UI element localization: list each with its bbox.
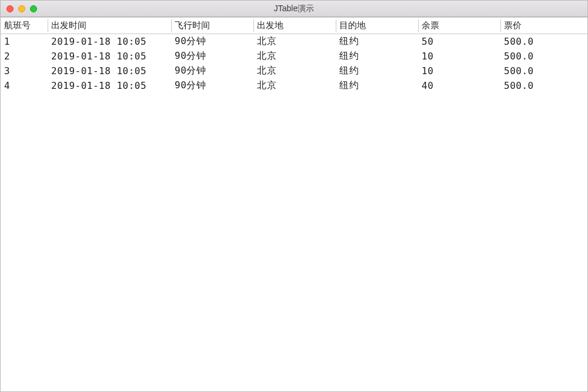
cell-duration[interactable]: 90分钟	[171, 64, 253, 78]
column-header-origin[interactable]: 出发地	[253, 18, 336, 34]
table-scrollpane[interactable]: 航班号 出发时间 飞行时间 出发地 目的地 余票 票价 1 2019-01-18…	[1, 17, 587, 391]
column-header-flight-no[interactable]: 航班号	[1, 18, 48, 34]
window-controls	[6, 5, 37, 12]
column-header-destination[interactable]: 目的地	[336, 18, 418, 34]
maximize-icon[interactable]	[30, 5, 37, 12]
cell-origin[interactable]: 北京	[253, 64, 336, 78]
table-row[interactable]: 4 2019-01-18 10:05 90分钟 北京 纽约 40 500.0	[1, 78, 587, 93]
titlebar[interactable]: JTable演示	[1, 1, 587, 17]
table-header-row: 航班号 出发时间 飞行时间 出发地 目的地 余票 票价	[1, 18, 587, 34]
column-header-duration[interactable]: 飞行时间	[171, 18, 253, 34]
minimize-icon[interactable]	[18, 5, 25, 12]
column-header-price[interactable]: 票价	[500, 18, 587, 34]
cell-seats-left[interactable]: 50	[418, 34, 500, 49]
cell-duration[interactable]: 90分钟	[171, 49, 253, 64]
cell-destination[interactable]: 纽约	[336, 64, 418, 78]
cell-duration[interactable]: 90分钟	[171, 78, 253, 93]
cell-seats-left[interactable]: 10	[418, 49, 500, 64]
cell-price[interactable]: 500.0	[500, 64, 587, 78]
cell-depart-time[interactable]: 2019-01-18 10:05	[48, 64, 171, 78]
cell-origin[interactable]: 北京	[253, 34, 336, 49]
cell-flight-no[interactable]: 1	[1, 34, 48, 49]
cell-flight-no[interactable]: 3	[1, 64, 48, 78]
cell-origin[interactable]: 北京	[253, 78, 336, 93]
column-header-depart-time[interactable]: 出发时间	[48, 18, 171, 34]
flights-table[interactable]: 航班号 出发时间 飞行时间 出发地 目的地 余票 票价 1 2019-01-18…	[1, 18, 587, 93]
column-header-seats-left[interactable]: 余票	[418, 18, 500, 34]
cell-price[interactable]: 500.0	[500, 34, 587, 49]
cell-seats-left[interactable]: 10	[418, 64, 500, 78]
window-title: JTable演示	[1, 4, 587, 14]
cell-price[interactable]: 500.0	[500, 78, 587, 93]
close-icon[interactable]	[6, 5, 14, 12]
cell-depart-time[interactable]: 2019-01-18 10:05	[48, 78, 171, 93]
cell-flight-no[interactable]: 4	[1, 78, 48, 93]
cell-destination[interactable]: 纽约	[336, 34, 418, 49]
cell-destination[interactable]: 纽约	[336, 78, 418, 93]
cell-seats-left[interactable]: 40	[418, 78, 500, 93]
cell-origin[interactable]: 北京	[253, 49, 336, 64]
cell-depart-time[interactable]: 2019-01-18 10:05	[48, 49, 171, 64]
table-row[interactable]: 1 2019-01-18 10:05 90分钟 北京 纽约 50 500.0	[1, 34, 587, 49]
app-window: JTable演示 航班号 出发时间 飞行时间 出发地 目的地 余票 票价	[0, 0, 588, 392]
cell-duration[interactable]: 90分钟	[171, 34, 253, 49]
table-row[interactable]: 2 2019-01-18 10:05 90分钟 北京 纽约 10 500.0	[1, 49, 587, 64]
cell-flight-no[interactable]: 2	[1, 49, 48, 64]
cell-price[interactable]: 500.0	[500, 49, 587, 64]
cell-depart-time[interactable]: 2019-01-18 10:05	[48, 34, 171, 49]
table-row[interactable]: 3 2019-01-18 10:05 90分钟 北京 纽约 10 500.0	[1, 64, 587, 78]
cell-destination[interactable]: 纽约	[336, 49, 418, 64]
